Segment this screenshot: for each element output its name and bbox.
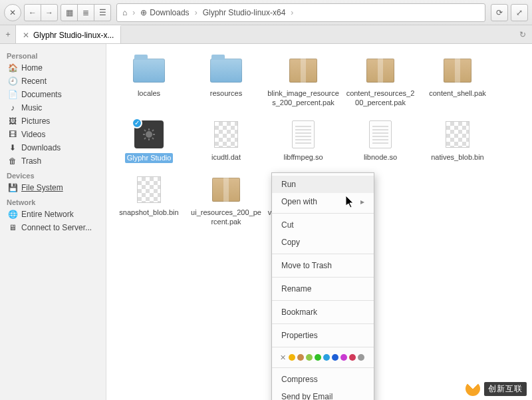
chevron-right-icon: ›: [132, 8, 135, 17]
sidebar-section-header: Devices: [0, 168, 106, 181]
file-item[interactable]: ui_resources_200_percent.pak: [189, 174, 263, 227]
maximize-button[interactable]: ⤢: [511, 4, 528, 21]
chevron-right-icon: ›: [195, 8, 198, 17]
forward-button[interactable]: →: [41, 4, 58, 21]
sidebar-item[interactable]: ♪Music: [0, 101, 106, 114]
file-label: blink_image_resources_200_percent.pak: [267, 89, 339, 108]
file-item[interactable]: icudtl.dat: [189, 118, 263, 164]
file-item[interactable]: resources: [189, 55, 263, 108]
tab[interactable]: ✕ Glyphr Studio-linux-x...: [16, 25, 121, 43]
context-menu-item[interactable]: Copy: [272, 234, 374, 251]
context-menu-item[interactable]: Properties: [272, 327, 374, 344]
context-menu-item[interactable]: Bookmark: [272, 303, 374, 321]
bin-icon: [207, 118, 245, 150]
column-view-button[interactable]: ☰: [94, 4, 111, 21]
server-icon: 🖥: [8, 223, 17, 232]
pkg-icon: [362, 55, 399, 87]
file-label: libnode.so: [364, 153, 397, 162]
color-tag[interactable]: [332, 354, 338, 361]
sidebar-item-label: Documents: [21, 90, 62, 99]
sidebar-item[interactable]: ⬇Downloads: [0, 141, 106, 154]
list-view-button[interactable]: ≣: [77, 4, 94, 21]
color-tag[interactable]: [315, 354, 321, 361]
sidebar-item[interactable]: 🖥Connect to Server...: [0, 221, 106, 234]
trash-icon: 🗑: [8, 156, 17, 166]
color-tag[interactable]: [358, 354, 364, 361]
home-icon: 🏠: [8, 63, 17, 73]
file-view: localesresourcesblink_image_resources_20…: [106, 44, 532, 400]
svg-line-6: [152, 138, 154, 139]
icon-view-button[interactable]: ▦: [61, 4, 78, 21]
history-button[interactable]: ↻: [513, 25, 532, 43]
context-menu-item[interactable]: Open with▸: [272, 193, 374, 210]
text-icon: [362, 118, 399, 150]
file-label: icudtl.dat: [211, 153, 241, 162]
video-icon: 🎞: [8, 130, 17, 139]
file-item[interactable]: snapshot_blob.bin: [112, 174, 186, 227]
back-button[interactable]: ←: [24, 4, 41, 21]
breadcrumb-home[interactable]: ⌂: [120, 7, 130, 19]
context-menu-item[interactable]: Compress: [272, 371, 374, 388]
clock-icon: 🕘: [8, 77, 17, 86]
color-tag[interactable]: [349, 354, 356, 361]
reload-button[interactable]: ⟳: [491, 4, 508, 21]
file-item[interactable]: ✓Glyphr Studio: [112, 118, 186, 164]
context-menu-label: Bookmark: [281, 307, 317, 317]
sidebar-item[interactable]: 🗑Trash: [0, 154, 106, 168]
breadcrumb[interactable]: ⌂ › ⊕ Downloads › Glyphr Studio-linux-x6…: [116, 3, 485, 22]
file-item[interactable]: libffmpeg.so: [266, 118, 340, 164]
chevron-right-icon: ›: [291, 8, 293, 17]
breadcrumb-label: Downloads: [150, 8, 189, 17]
file-item[interactable]: content_shell.pak: [420, 55, 495, 108]
color-tag[interactable]: [289, 354, 295, 361]
file-item[interactable]: locales: [112, 55, 186, 108]
breadcrumb-item[interactable]: ⊕ Downloads: [138, 7, 192, 19]
context-menu-item[interactable]: Send by Email: [272, 388, 374, 400]
file-item[interactable]: libnode.so: [343, 118, 418, 164]
music-icon: ♪: [8, 103, 17, 112]
context-menu-item[interactable]: Rename: [272, 280, 374, 298]
svg-line-8: [144, 138, 146, 139]
clear-color-icon[interactable]: ✕: [280, 354, 287, 361]
color-tag[interactable]: [340, 354, 347, 361]
file-label: resources: [210, 89, 242, 99]
file-item[interactable]: natives_blob.bin: [420, 118, 495, 164]
context-menu-separator: [272, 254, 374, 254]
watermark-logo-icon: [462, 378, 483, 399]
sidebar-item[interactable]: 🖼Pictures: [0, 114, 106, 128]
context-menu-item[interactable]: Run: [272, 176, 374, 193]
sidebar-item[interactable]: 📄Documents: [0, 88, 106, 101]
close-tab-icon[interactable]: ✕: [23, 31, 29, 40]
context-menu-separator: [272, 367, 374, 368]
text-icon: [285, 118, 322, 150]
context-menu-label: Send by Email: [281, 392, 332, 400]
context-menu-label: Compress: [281, 375, 318, 384]
context-menu-item[interactable]: Cut: [272, 216, 374, 234]
sidebar-item[interactable]: 🌐Entire Network: [0, 208, 106, 221]
breadcrumb-item[interactable]: Glyphr Studio-linux-x64: [200, 7, 289, 19]
context-menu-item[interactable]: Move to Trash: [272, 257, 374, 274]
context-menu-separator: [272, 300, 374, 301]
sidebar-item[interactable]: 🕘Recent: [0, 75, 106, 88]
sidebar-item-label: Music: [21, 103, 42, 112]
sidebar-section-header: Network: [0, 194, 106, 208]
file-item[interactable]: content_resources_200_percent.pak: [343, 55, 418, 108]
sidebar-item[interactable]: 🎞Videos: [0, 128, 106, 141]
close-window-button[interactable]: ✕: [4, 4, 21, 21]
color-tag[interactable]: [323, 354, 330, 361]
exec-icon: ✓: [130, 118, 168, 150]
color-tag[interactable]: [306, 354, 313, 361]
context-menu-label: Copy: [281, 238, 300, 247]
context-menu-label: Properties: [281, 331, 318, 340]
pic-icon: 🖼: [8, 116, 17, 126]
sidebar-item[interactable]: 🏠Home: [0, 61, 106, 75]
sidebar-item[interactable]: 💾File System: [0, 181, 106, 194]
view-buttons: ▦ ≣ ☰: [61, 4, 111, 21]
file-label: locales: [138, 89, 160, 99]
color-tag[interactable]: [297, 354, 304, 361]
new-tab-button[interactable]: ＋: [0, 25, 16, 43]
file-item[interactable]: blink_image_resources_200_percent.pak: [266, 55, 340, 108]
nav-buttons: ← →: [24, 4, 58, 21]
net-icon: 🌐: [8, 210, 17, 219]
file-label: libffmpeg.so: [283, 153, 323, 162]
